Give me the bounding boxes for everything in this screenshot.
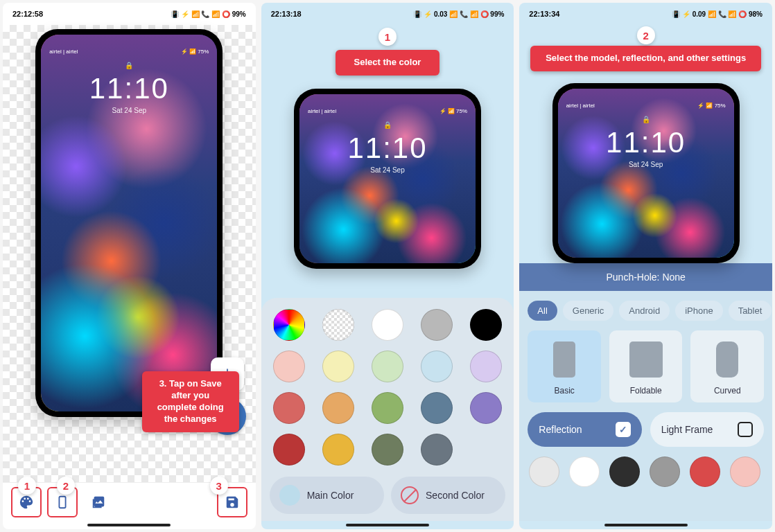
swatch[interactable] xyxy=(273,392,305,424)
lock-status-right: ⚡ 📶 75% xyxy=(697,103,725,109)
model-label: Curved xyxy=(714,386,741,396)
variant-swatch[interactable] xyxy=(529,456,559,487)
second-color-label: Second Color xyxy=(426,490,485,501)
model-shape-icon xyxy=(553,342,575,378)
model-shape-icon xyxy=(629,342,663,378)
second-color-button[interactable]: Second Color xyxy=(391,477,505,514)
no-icon xyxy=(401,486,419,504)
swatch[interactable] xyxy=(322,392,354,424)
lock-clock: 11:10 xyxy=(558,126,734,159)
badge-2: 2 xyxy=(637,26,655,44)
swatch[interactable] xyxy=(470,392,502,424)
chip-iphone[interactable]: iPhone xyxy=(675,301,722,321)
phone-mockup: airtel | airtel ⚡ 📶 75% 🔒 11:10 Sat 24 S… xyxy=(552,83,740,263)
svg-rect-0 xyxy=(59,496,65,508)
status-right: 📳 ⚡ 0.09 📶 📞 📶 ⭕ 98% xyxy=(672,10,763,18)
lock-icon: 🔒 xyxy=(41,62,217,69)
phone-mockup: airtel | airtel ⚡ 📶 75% 🔒 11:10 Sat 24 S… xyxy=(294,89,481,269)
model-label: Foldable xyxy=(630,386,662,396)
swatch[interactable] xyxy=(273,434,305,466)
status-bar: 22:12:58 📳 ⚡ 📶 📞 📶 ⭕ 99% xyxy=(3,3,256,25)
lock-date: Sat 24 Sep xyxy=(558,161,734,168)
chip-tablet[interactable]: Tablet xyxy=(729,301,772,321)
swatch[interactable] xyxy=(372,392,403,424)
home-indicator xyxy=(604,524,688,526)
toggle-label: Light Frame xyxy=(661,424,713,435)
swatch-custom[interactable] xyxy=(273,309,305,341)
preview-area: airtel | airtel ⚡ 📶 75% 🔒 11:10 Sat 24 S… xyxy=(261,61,514,298)
model-basic[interactable]: Basic xyxy=(528,330,601,402)
phone-mockup: airtel | airtel ⚡ 📶 75% 🔒 11:10 Sat 24 S… xyxy=(35,29,223,417)
swatch[interactable] xyxy=(421,351,453,382)
main-color-label: Main Color xyxy=(307,490,354,501)
toggle-light-frame[interactable]: Light Frame xyxy=(650,412,764,447)
screen-3: 22:13:34 📳 ⚡ 0.09 📶 📞 📶 ⭕ 98% 2 Select t… xyxy=(519,3,772,529)
category-chips: All Generic Android iPhone Tablet xyxy=(519,291,772,330)
frame-variant-row xyxy=(519,456,772,487)
preview-area: airtel | airtel ⚡ 📶 75% 🔒 11:10 Sat 24 S… xyxy=(519,55,772,263)
home-indicator xyxy=(346,524,429,526)
carrier-text: airtel | airtel xyxy=(49,48,78,55)
swatch[interactable] xyxy=(273,351,305,382)
lock-status-right: ⚡ 📶 75% xyxy=(439,108,467,114)
bottom-toolbar: 1 2 3 xyxy=(3,482,256,521)
status-time: 22:12:58 xyxy=(12,10,43,18)
swatch-black[interactable] xyxy=(470,309,502,341)
check-icon xyxy=(738,422,753,437)
swatch[interactable] xyxy=(372,434,403,466)
badge-1: 1 xyxy=(18,477,36,495)
screen-2: 22:13:18 📳 ⚡ 0.03 📶 📞 📶 ⭕ 99% 1 Select t… xyxy=(261,3,514,529)
home-indicator xyxy=(87,524,171,526)
toggle-label: Reflection xyxy=(539,424,582,435)
swatch[interactable] xyxy=(421,434,453,466)
punch-hole-banner[interactable]: Punch-Hole: None xyxy=(519,263,772,291)
model-shape-icon xyxy=(716,342,738,378)
callout-color: Select the color xyxy=(336,50,439,76)
lock-date: Sat 24 Sep xyxy=(299,166,476,174)
swatch[interactable] xyxy=(322,434,354,466)
swatch-transparent[interactable] xyxy=(322,309,354,341)
lock-clock: 11:10 xyxy=(299,132,476,165)
carrier-text: airtel | airtel xyxy=(308,108,336,114)
variant-swatch[interactable] xyxy=(569,456,600,487)
swatch[interactable] xyxy=(470,351,502,382)
lock-date: Sat 24 Sep xyxy=(41,107,217,114)
lock-icon: 🔒 xyxy=(558,116,734,123)
status-bar: 22:13:18 📳 ⚡ 0.03 📶 📞 📶 ⭕ 99% xyxy=(261,3,514,25)
phone-screen: airtel | airtel ⚡ 📶 75% 🔒 11:10 Sat 24 S… xyxy=(558,89,734,258)
swatch[interactable] xyxy=(372,351,403,382)
main-color-button[interactable]: Main Color xyxy=(270,477,384,514)
color-mode-buttons: Main Color Second Color xyxy=(270,477,506,514)
swatch[interactable] xyxy=(322,351,354,382)
image-tool[interactable] xyxy=(83,487,114,517)
badge-2: 2 xyxy=(57,477,75,495)
badge-3: 3 xyxy=(210,477,228,495)
chip-all[interactable]: All xyxy=(528,301,557,321)
badge-1: 1 xyxy=(378,28,397,46)
toggle-reflection[interactable]: Reflection ✓ xyxy=(528,412,641,447)
swatch-grid xyxy=(270,309,506,466)
model-foldable[interactable]: Foldable xyxy=(609,330,683,402)
variant-swatch[interactable] xyxy=(730,456,760,487)
model-curved[interactable]: Curved xyxy=(690,330,764,402)
swatch[interactable] xyxy=(421,392,453,424)
phone-screen: airtel | airtel ⚡ 📶 75% 🔒 11:10 Sat 24 S… xyxy=(41,35,217,411)
main-color-dot xyxy=(279,485,300,506)
swatch-white[interactable] xyxy=(372,309,403,341)
chip-android[interactable]: Android xyxy=(619,301,670,321)
status-bar: 22:13:34 📳 ⚡ 0.09 📶 📞 📶 ⭕ 98% xyxy=(519,3,772,25)
chip-generic[interactable]: Generic xyxy=(563,301,614,321)
settings-panel: All Generic Android iPhone Tablet Basic … xyxy=(519,291,772,521)
color-panel: Main Color Second Color xyxy=(261,298,514,521)
lock-clock: 11:10 xyxy=(41,72,217,105)
status-time: 22:13:18 xyxy=(271,10,302,18)
preview-area: airtel | airtel ⚡ 📶 75% 🔒 11:10 Sat 24 S… xyxy=(3,25,256,482)
variant-swatch[interactable] xyxy=(690,456,720,487)
callout-settings: Select the model, reflection, and other … xyxy=(530,46,761,71)
swatch-gray[interactable] xyxy=(421,309,453,341)
screen-1: 22:12:58 📳 ⚡ 📶 📞 📶 ⭕ 99% airtel | airtel… xyxy=(3,3,256,529)
model-label: Basic xyxy=(554,386,574,396)
variant-swatch[interactable] xyxy=(650,456,680,487)
status-right: 📳 ⚡ 0.03 📶 📞 📶 ⭕ 99% xyxy=(413,10,504,18)
variant-swatch[interactable] xyxy=(609,456,640,487)
